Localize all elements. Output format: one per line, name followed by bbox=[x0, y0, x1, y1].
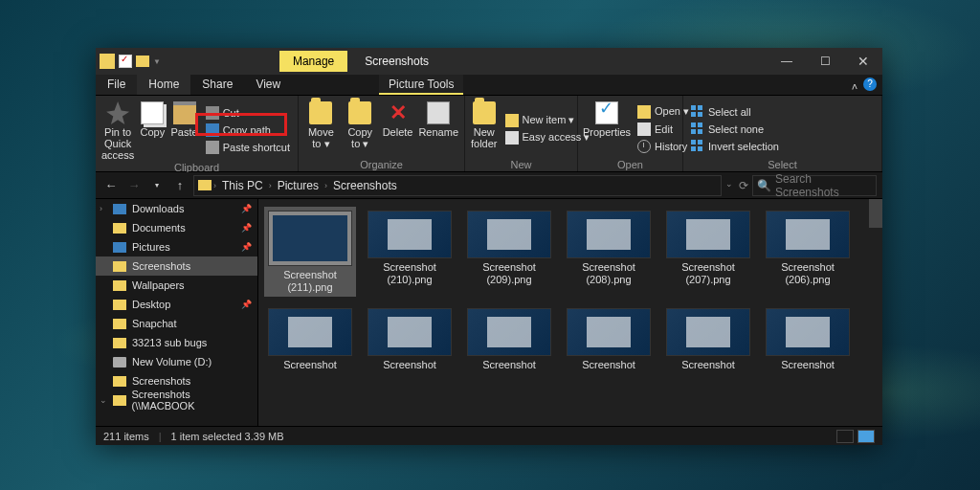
thumbnail-image bbox=[567, 308, 651, 356]
file-thumbnail[interactable]: Screenshot (209).png bbox=[463, 207, 555, 297]
search-input[interactable]: 🔍 Search Screenshots bbox=[752, 175, 877, 196]
tab-view[interactable]: View bbox=[244, 75, 292, 95]
sidebar-item[interactable]: Snapchat bbox=[96, 314, 257, 333]
nav-forward-button[interactable]: → bbox=[124, 178, 144, 192]
file-thumbnail[interactable]: Screenshot (206).png bbox=[762, 207, 854, 297]
minimize-button[interactable]: — bbox=[768, 48, 806, 75]
tab-file[interactable]: File bbox=[96, 75, 137, 95]
thumbnail-image bbox=[766, 308, 850, 356]
file-thumbnail[interactable]: Screenshot (211).png bbox=[264, 207, 356, 297]
copy-button[interactable]: Copy bbox=[140, 100, 165, 161]
crumb-screenshots[interactable]: Screenshots bbox=[329, 179, 401, 192]
file-label: Screenshot bbox=[283, 359, 337, 371]
rename-button[interactable]: Rename bbox=[418, 100, 458, 158]
maximize-button[interactable]: ☐ bbox=[806, 48, 844, 75]
view-details-button[interactable] bbox=[836, 430, 854, 443]
folder-icon bbox=[113, 376, 126, 387]
properties-icon bbox=[595, 101, 618, 124]
file-thumbnail[interactable]: Screenshot (207).png bbox=[662, 207, 754, 297]
copy-path-button[interactable]: Copy path bbox=[204, 122, 292, 138]
select-none-label: Select none bbox=[708, 123, 764, 135]
content-scrollbar[interactable] bbox=[869, 199, 882, 426]
tab-home[interactable]: Home bbox=[137, 75, 190, 95]
crumb-sep-icon: › bbox=[324, 181, 327, 190]
shortcut-icon bbox=[206, 141, 219, 154]
properties-button[interactable]: Properties bbox=[584, 100, 630, 158]
file-thumbnail[interactable]: Screenshot bbox=[264, 304, 356, 375]
qat-properties-icon[interactable] bbox=[119, 55, 132, 68]
crumb-sep-icon: › bbox=[213, 181, 216, 190]
sidebar-item[interactable]: Pictures📌 bbox=[96, 237, 257, 256]
history-icon bbox=[637, 140, 651, 153]
file-thumbnail[interactable]: Screenshot bbox=[563, 304, 655, 375]
tab-share[interactable]: Share bbox=[190, 75, 244, 95]
file-thumbnail[interactable]: Screenshot (208).png bbox=[563, 207, 655, 297]
sidebar-item[interactable]: Screenshots bbox=[96, 371, 257, 390]
sidebar-item[interactable]: New Volume (D:) bbox=[96, 352, 257, 371]
file-thumbnail[interactable]: Screenshot bbox=[364, 304, 456, 375]
crumb-pictures[interactable]: Pictures bbox=[274, 179, 323, 192]
sidebar-item[interactable]: Desktop📌 bbox=[96, 295, 257, 314]
qat-newfolder-icon[interactable] bbox=[136, 56, 149, 67]
new-folder-button[interactable]: New folder bbox=[471, 100, 498, 158]
sidebar-item[interactable]: Screenshots bbox=[96, 256, 257, 276]
nav-up-button[interactable]: ↑ bbox=[170, 178, 189, 192]
expand-icon[interactable]: › bbox=[100, 204, 102, 213]
paste-shortcut-button[interactable]: Paste shortcut bbox=[204, 140, 292, 155]
thumbnail-image bbox=[766, 211, 850, 258]
sidebar-item[interactable]: ⌄Screenshots (\\MACBOOK bbox=[96, 390, 257, 410]
file-thumbnail[interactable]: Screenshot (210).png bbox=[364, 207, 456, 297]
sidebar-item[interactable]: Documents📌 bbox=[96, 218, 257, 237]
sidebar-item[interactable]: ›Downloads📌 bbox=[96, 199, 257, 218]
cut-button[interactable]: Cut bbox=[204, 105, 292, 121]
thumbnail-image bbox=[368, 211, 452, 258]
address-dropdown-icon[interactable]: ⌄ bbox=[725, 179, 733, 192]
qat-customize-icon[interactable]: ▼ bbox=[153, 57, 161, 66]
path-icon bbox=[206, 123, 219, 137]
scissors-icon bbox=[206, 106, 219, 120]
invert-selection-button[interactable]: Invert selection bbox=[689, 139, 781, 154]
select-none-button[interactable]: Select none bbox=[689, 122, 781, 137]
sidebar-item[interactable]: 33213 sub bugs bbox=[96, 333, 257, 352]
tab-picture-tools[interactable]: Picture Tools bbox=[379, 75, 463, 95]
sidebar-item[interactable]: Wallpapers bbox=[96, 276, 257, 295]
select-all-label: Select all bbox=[708, 106, 751, 118]
pin-quick-access-button[interactable]: Pin to Quick access bbox=[101, 100, 134, 161]
crumb-this-pc[interactable]: This PC bbox=[218, 179, 267, 192]
file-thumbnail[interactable]: Screenshot bbox=[463, 304, 555, 375]
file-label: Screenshot (208).png bbox=[565, 261, 653, 285]
open-icon bbox=[637, 105, 651, 119]
file-list[interactable]: Screenshot (211).pngScreenshot (210).png… bbox=[258, 199, 882, 426]
nav-recent-icon[interactable]: ▾ bbox=[147, 181, 167, 189]
pin-label: Pin to Quick access bbox=[101, 126, 134, 161]
navigation-pane[interactable]: ›Downloads📌Documents📌Pictures📌Screenshot… bbox=[96, 199, 258, 426]
expand-icon[interactable]: ⌄ bbox=[100, 395, 107, 405]
refresh-button[interactable]: ⟳ bbox=[739, 179, 748, 192]
copy-to-label: Copy to ▾ bbox=[344, 126, 377, 149]
file-label: Screenshot (210).png bbox=[366, 261, 454, 285]
delete-label: Delete bbox=[383, 126, 413, 138]
new-folder-label: New folder bbox=[471, 126, 498, 149]
copy-to-button[interactable]: Copy to ▾ bbox=[344, 100, 377, 158]
file-thumbnail[interactable]: Screenshot bbox=[762, 304, 854, 375]
group-label-open: Open bbox=[584, 158, 677, 171]
file-label: Screenshot (211).png bbox=[266, 269, 354, 293]
collapse-ribbon-icon[interactable]: ʌ bbox=[852, 80, 858, 91]
close-button[interactable]: ✕ bbox=[844, 48, 882, 75]
rename-icon bbox=[427, 101, 450, 124]
status-bar: 211 items | 1 item selected 3.39 MB bbox=[96, 426, 882, 445]
nav-back-button[interactable]: ← bbox=[101, 178, 121, 192]
breadcrumb[interactable]: › This PC › Pictures › Screenshots bbox=[193, 175, 722, 196]
delete-button[interactable]: ✕ Delete bbox=[383, 100, 413, 158]
paste-label: Paste bbox=[171, 126, 198, 138]
pin-icon: 📌 bbox=[241, 204, 252, 213]
paste-button[interactable]: Paste bbox=[171, 100, 198, 161]
sidebar-item-label: Documents bbox=[132, 222, 186, 234]
view-thumbnails-button[interactable] bbox=[858, 430, 875, 443]
help-icon[interactable]: ? bbox=[863, 78, 877, 91]
manage-contextual-tab[interactable]: Manage bbox=[279, 51, 347, 72]
file-explorer-window: ▼ Manage Screenshots — ☐ ✕ File Home Sha… bbox=[96, 48, 882, 445]
select-all-button[interactable]: Select all bbox=[689, 104, 781, 120]
move-to-button[interactable]: Move to ▾ bbox=[304, 100, 338, 158]
file-thumbnail[interactable]: Screenshot bbox=[662, 304, 754, 375]
